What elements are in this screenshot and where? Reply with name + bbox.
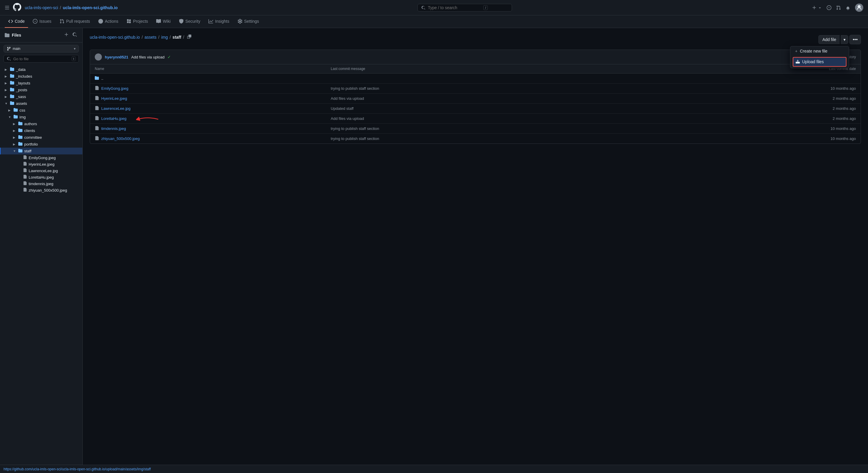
hamburger-button[interactable] [5, 5, 9, 10]
nav-item-security[interactable]: Security [175, 15, 204, 28]
commit-date: 10 months ago [803, 136, 856, 141]
sidebar-actions [63, 32, 78, 39]
table-row[interactable]: .. [90, 73, 861, 84]
tree-item-sass[interactable]: ▶ _sass [0, 93, 82, 100]
search-input[interactable] [428, 5, 481, 10]
pr-button[interactable] [836, 5, 841, 10]
table-row[interactable]: HyerinLee.jpeg Add files via upload 2 mo… [90, 94, 861, 104]
tree-item-authors[interactable]: ▶ authors [0, 121, 82, 127]
file-icon [23, 188, 27, 192]
search-bar[interactable]: / [417, 4, 512, 11]
nav-item-pr[interactable]: Pull requests [56, 15, 94, 28]
tree-item-css[interactable]: ▶ css [0, 107, 82, 114]
tree-item-zhiyuan[interactable]: ▶ zhiyuan_500x500.jpeg [0, 187, 82, 193]
top-nav-center: / [123, 4, 807, 11]
tree-item-lawrencelee[interactable]: ▶ LawrenceLee.jpg [0, 167, 82, 174]
nav-item-projects[interactable]: Projects [123, 15, 152, 28]
issues-button[interactable] [827, 5, 831, 10]
expand-icon: ▶ [13, 143, 17, 146]
more-options-button[interactable]: ••• [849, 35, 861, 44]
tree-item-label: _layouts [16, 81, 78, 85]
tree-item-includes[interactable]: ▶ _includes [0, 73, 82, 80]
add-file-button[interactable]: Add file [818, 35, 840, 44]
breadcrumb-assets-link[interactable]: assets [145, 35, 156, 39]
commit-avatar [95, 54, 102, 61]
branch-selector[interactable]: main ▾ [4, 45, 79, 53]
commit-username[interactable]: hyerynn0521 [105, 55, 128, 59]
commit-message: Add files via upload [131, 55, 165, 59]
status-bar: https://github.com/ucla-imls-open-sci/uc… [0, 465, 868, 473]
branch-chevron-icon: ▾ [74, 46, 75, 51]
go-to-file[interactable]: t [4, 55, 79, 63]
tree-item-assets[interactable]: ▼ assets [0, 100, 82, 107]
plus-icon: + [795, 49, 798, 54]
upload-icon [796, 59, 800, 64]
tree-item-staff[interactable]: ▼ staff [0, 148, 82, 154]
expand-icon: ▶ [13, 129, 17, 132]
file-icon [95, 96, 99, 101]
table-row[interactable]: LawrenceLee.jpg Updated staff 2 months a… [90, 104, 861, 114]
copy-path-button[interactable] [186, 34, 192, 40]
tree-item-posts[interactable]: ▶ _posts [0, 87, 82, 93]
avatar[interactable] [855, 4, 863, 12]
add-file-sidebar-button[interactable] [63, 32, 69, 39]
commit-date: 10 months ago [803, 86, 856, 91]
tree-item-label: zhiyuan_500x500.jpeg [29, 188, 78, 192]
commit-msg: Add files via upload [331, 96, 803, 101]
breadcrumb-repo-link[interactable]: ucla-imls-open-sci.github.io [90, 35, 140, 39]
table-row[interactable]: LorettaHu.jpeg Add files via upload 2 mo… [90, 114, 861, 124]
tree-item-lorettahu[interactable]: ▶ LorettaHu.jpeg [0, 174, 82, 180]
top-nav: ucla-imls-open-sci / ucla-imls-open-sci.… [0, 0, 868, 15]
nav-item-insights[interactable]: Insights [205, 15, 232, 28]
repo-link[interactable]: ucla-imls-open-sci.github.io [63, 5, 118, 10]
file-icon [95, 86, 99, 91]
expand-icon: ▶ [5, 88, 8, 92]
breadcrumb-img-link[interactable]: img [161, 35, 168, 39]
folder-icon [10, 67, 14, 72]
red-arrow-annotation [136, 115, 160, 124]
tree-item-img[interactable]: ▼ img [0, 114, 82, 121]
tree-item-label: timdennis.jpeg [29, 182, 78, 186]
table-row[interactable]: EmilyGong.jpeg trying to publish staff s… [90, 84, 861, 94]
create-button[interactable] [812, 5, 822, 10]
add-file-dropdown-button[interactable]: ▾ [841, 35, 848, 44]
tree-item-emilygong[interactable]: ▶ EmilyGong.jpeg [0, 154, 82, 161]
nav-item-actions[interactable]: Actions [95, 15, 122, 28]
tree-item-committee[interactable]: ▶ committee [0, 134, 82, 141]
file-icon [95, 126, 99, 131]
commit-msg: Add files via upload [331, 116, 803, 121]
tree-item-layouts[interactable]: ▶ _layouts [0, 80, 82, 87]
go-to-file-input[interactable] [13, 57, 69, 61]
folder-icon-open [13, 115, 18, 120]
nav-item-issues[interactable]: Issues [29, 15, 55, 28]
github-logo[interactable] [13, 3, 21, 12]
create-new-file-item[interactable]: + Create new file [790, 46, 849, 56]
tree-item-portfolio[interactable]: ▶ portfolio [0, 141, 82, 148]
notifications-button[interactable] [845, 5, 850, 10]
folder-icon [10, 94, 14, 99]
file-icon [23, 155, 27, 160]
table-row[interactable]: timdennis.jpeg trying to publish staff s… [90, 124, 861, 134]
search-files-button[interactable] [72, 32, 78, 39]
add-file-dropdown-menu: + Create new file Upload files [790, 46, 849, 68]
org-link[interactable]: ucla-imls-open-sci [25, 5, 58, 10]
table-row[interactable]: zhiyuan_500x500.jpeg trying to publish s… [90, 134, 861, 144]
tree-item-label: portfolio [24, 142, 78, 147]
upload-files-item[interactable]: Upload files [793, 57, 846, 67]
commit-check-icon: ✓ [167, 55, 171, 59]
tree-item-hyerinlee[interactable]: ▶ HyerinLee.jpeg [0, 161, 82, 167]
commit-date: 10 months ago [803, 126, 856, 131]
file-table-header: Name Last commit message Last commit dat… [90, 64, 861, 73]
tree-item-clients[interactable]: ▶ clients [0, 127, 82, 134]
file-name: HyerinLee.jpeg [95, 96, 331, 101]
folder-icon [18, 142, 23, 147]
nav-item-settings[interactable]: Settings [234, 15, 263, 28]
tree-item-data[interactable]: ▶ _data [0, 66, 82, 73]
tree-item-timdennis[interactable]: ▶ timdennis.jpeg [0, 180, 82, 187]
tree-item-label: img [20, 115, 78, 119]
nav-item-wiki[interactable]: Wiki [153, 15, 174, 28]
nav-item-code[interactable]: Code [5, 15, 28, 28]
file-name: EmilyGong.jpeg [95, 86, 331, 91]
repo-path: ucla-imls-open-sci / ucla-imls-open-sci.… [25, 5, 118, 10]
folder-icon [18, 128, 23, 133]
